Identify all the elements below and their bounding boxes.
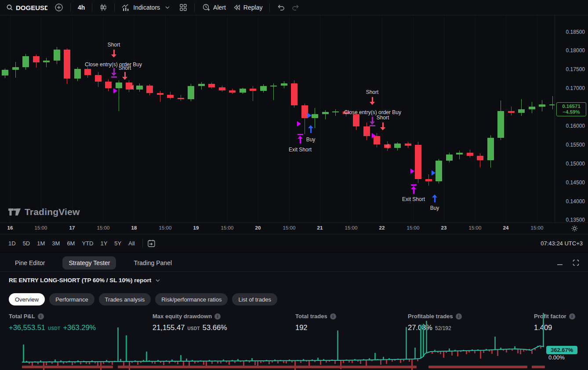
replay-label: Replay	[243, 4, 263, 11]
candle-body	[518, 109, 525, 113]
trade-marker-tr	[297, 121, 301, 126]
info-icon[interactable]: i	[456, 313, 462, 320]
candle-body	[208, 84, 215, 87]
range-button-5y[interactable]: 5Y	[111, 238, 124, 248]
divider	[142, 239, 143, 248]
chart-style-button[interactable]	[96, 1, 111, 14]
candle-body	[508, 111, 515, 113]
equity-curve-chart: 362.67% 0.00%	[0, 338, 588, 370]
candle-wick	[325, 110, 326, 119]
divider	[92, 3, 92, 12]
layout-templates-button[interactable]	[176, 1, 191, 14]
indicators-dropdown-arrow[interactable]	[163, 1, 171, 14]
candlestick-chart[interactable]: ShortClose entry(s) order BuyShortExit S…	[0, 15, 555, 223]
info-icon[interactable]: i	[569, 313, 575, 320]
trade-marker-tl	[385, 144, 389, 149]
range-button-ytd[interactable]: YTD	[79, 238, 96, 248]
gridline	[10, 15, 11, 223]
candle-wick	[521, 99, 522, 116]
report-tab-trades-analysis[interactable]: Trades analysis	[99, 293, 151, 305]
trade-marker-label: Exit Short	[402, 196, 425, 202]
trade-marker-au	[308, 125, 313, 133]
trade-marker-ad	[122, 72, 127, 80]
watermark-text: TradingView	[25, 207, 80, 217]
info-icon[interactable]: i	[38, 313, 44, 320]
trade-marker-label: Buy	[430, 205, 439, 211]
candle-wick	[552, 96, 553, 109]
report-tab-risk-performance-ratios[interactable]: Risk/performance ratios	[155, 293, 228, 305]
panel-tab-pine-editor[interactable]: Pine Editor	[9, 256, 51, 269]
trade-marker-label: Short	[119, 65, 131, 71]
gridline	[72, 15, 73, 223]
range-button-1m[interactable]: 1M	[34, 238, 48, 248]
trade-marker-aub	[411, 184, 416, 194]
replay-button[interactable]: Replay	[229, 1, 266, 14]
tradingview-watermark: TradingView	[8, 207, 80, 217]
candle-body	[487, 138, 494, 160]
range-button-3m[interactable]: 3M	[49, 238, 63, 248]
candlestick-icon	[99, 4, 107, 11]
redo-button[interactable]	[288, 1, 303, 14]
info-icon[interactable]: i	[214, 313, 221, 320]
replay-icon	[233, 4, 241, 11]
candle-body	[178, 98, 184, 99]
trade-marker-ad	[380, 122, 385, 130]
stat-total-p-l: Total P&L i+36,553.51USDT+363.29%	[9, 313, 96, 332]
alert-label: Alert	[213, 4, 226, 11]
price-tick: 0.18000	[566, 47, 585, 54]
go-to-date-icon[interactable]	[147, 239, 156, 248]
time-tick: 22	[379, 225, 385, 230]
range-button-6m[interactable]: 6M	[64, 238, 78, 248]
maximize-panel-icon[interactable]	[573, 259, 579, 266]
candle-body	[270, 86, 277, 86]
report-tab-performance[interactable]: Performance	[49, 293, 94, 305]
price-axis[interactable]: 0.185000.180000.175000.170000.160000.155…	[555, 15, 588, 223]
drawdown-strip	[118, 366, 417, 368]
panel-tab-strategy-tester[interactable]: Strategy Tester	[62, 256, 116, 269]
range-button-all[interactable]: All	[125, 238, 138, 248]
undo-button[interactable]	[273, 1, 288, 14]
time-tick: 15:00	[97, 225, 110, 230]
report-tab-overview[interactable]: Overview	[9, 293, 45, 305]
candle-body	[43, 61, 50, 62]
last-price-label: 0.16571−4.59%	[556, 102, 586, 116]
alert-button[interactable]: Alert	[198, 1, 229, 14]
divider	[194, 3, 195, 12]
divider	[269, 3, 270, 12]
report-selector[interactable]: RE ENTRY LONG-SHORT (TP 60% / SL 10%) re…	[9, 277, 160, 284]
candle-wick	[46, 58, 47, 67]
candle-body	[322, 112, 329, 114]
range-button-1y[interactable]: 1Y	[97, 238, 110, 248]
candle-wick	[160, 91, 160, 102]
candle-body	[229, 90, 236, 93]
gridline	[320, 15, 320, 223]
info-icon[interactable]: i	[330, 313, 336, 320]
range-button-5d[interactable]: 5D	[20, 238, 33, 248]
trade-marker-label: Close entry(s) order Buy	[85, 61, 142, 68]
trade-marker-tr	[410, 169, 414, 174]
interval-button[interactable]: 4h	[74, 1, 88, 14]
panel-tab-bar: Pine EditorStrategy TesterTrading Panel	[0, 254, 588, 272]
time-tick: 20	[255, 225, 261, 230]
trade-marker-aub	[298, 134, 303, 144]
gridline	[475, 15, 475, 223]
report-tab-list-of-trades[interactable]: List of trades	[232, 293, 277, 305]
indicators-button[interactable]: Indicators	[118, 1, 163, 14]
clock-timezone-button[interactable]: 07:43:24 UTC+3	[541, 240, 583, 247]
candle-body	[64, 50, 70, 79]
trade-marker-tr	[308, 113, 312, 118]
trade-marker-ad	[111, 50, 116, 57]
time-axis[interactable]: 1615:001715:001815:001915:002015:002115:…	[0, 223, 588, 234]
compare-add-button[interactable]	[51, 1, 67, 14]
panel-tab-trading-panel[interactable]: Trading Panel	[127, 256, 178, 269]
candle-body	[95, 75, 102, 82]
time-tick: 19	[193, 225, 199, 230]
minimize-panel-icon[interactable]	[557, 260, 563, 266]
candle-body	[549, 104, 555, 105]
symbol-name: DOGEUSDT	[16, 4, 47, 11]
range-button-1d[interactable]: 1D	[5, 238, 19, 248]
chevron-down-icon	[165, 6, 170, 9]
axis-settings-gear-icon[interactable]	[571, 225, 578, 232]
candle-body	[332, 111, 339, 112]
symbol-search-button[interactable]: DOGEUSDT	[3, 1, 51, 14]
